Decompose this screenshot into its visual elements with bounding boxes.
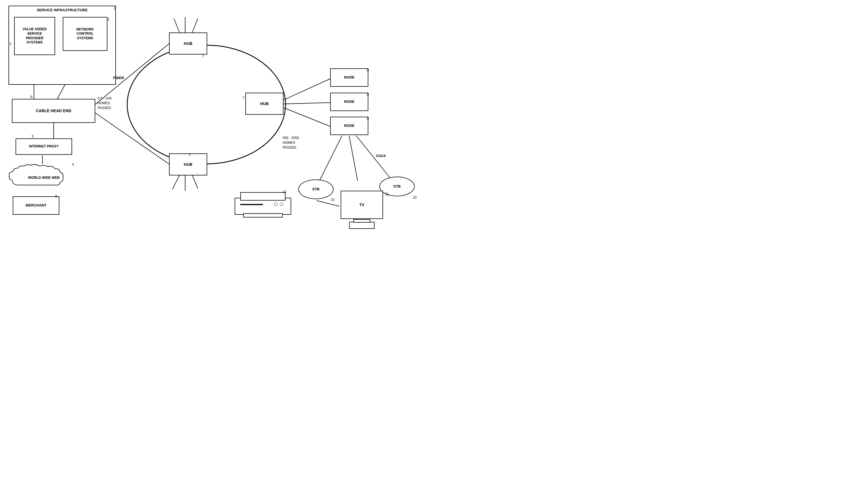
coax-label: COAX (376, 154, 386, 159)
svg-line-20 (172, 175, 180, 189)
svg-line-9 (283, 107, 331, 127)
node1-box: NODE (330, 68, 368, 87)
svg-line-17 (174, 19, 180, 33)
cable-head-end-box: CABLE HEAD END (12, 99, 95, 123)
network-control-box: NETWORK CONTROL SYSTEMS (63, 17, 107, 51)
num-9a: 9 (367, 68, 369, 72)
num-11: 11 (385, 192, 389, 196)
svg-line-22 (192, 175, 198, 189)
num-9b: 9 (367, 93, 369, 97)
hub-right-box: HUB (245, 93, 284, 115)
node2-box: NODE (330, 93, 368, 111)
svg-line-8 (283, 103, 331, 104)
hub-bottom-label: HUB (184, 162, 192, 167)
internet-proxy-box: INTERNET PROXY (15, 138, 72, 155)
merchant-box: MERCHANT (13, 196, 59, 215)
stb2-label: STB (393, 184, 401, 189)
svg-line-4 (93, 112, 170, 164)
node3-box: NODE (330, 117, 368, 135)
hub-top-box: HUB (169, 33, 207, 55)
num-8: 8 (55, 195, 57, 198)
tv-label: TV (359, 202, 365, 207)
hub-top-label: HUB (184, 41, 192, 46)
fiber-label: FIBER (113, 76, 124, 81)
cable-head-end-label: CABLE HEAD END (36, 108, 71, 113)
hub-bottom-box: HUB (169, 153, 207, 175)
node1-label: NODE (344, 75, 355, 80)
stb1-label: STB (312, 187, 320, 192)
world-wide-web-cloud: WORLD WIDE WEB (7, 164, 81, 192)
computer-device (235, 192, 291, 226)
stb1-oval: STB (298, 179, 334, 199)
num-7c: 7 (189, 153, 191, 157)
num-7a: 7 (202, 54, 204, 58)
num-10b: 10 (413, 196, 416, 199)
num-9c: 9 (367, 117, 369, 121)
world-wide-web-label: WORLD WIDE WEB (28, 176, 59, 180)
internet-proxy-label: INTERNET PROXY (29, 144, 58, 149)
svg-line-7 (283, 79, 331, 100)
network-control-label: NETWORK CONTROL SYSTEMS (76, 27, 94, 41)
num-2: 2 (10, 42, 12, 46)
num-5: 5 (32, 134, 34, 138)
tv-box: TV (338, 191, 386, 229)
svg-line-13 (316, 201, 339, 206)
num-7b: 7 (243, 96, 244, 100)
homes-passed-large-label: 0.5 - 1milHOMESPASSED (97, 96, 111, 110)
service-infrastructure-label: SERVICE INFRASTRUCTURE (37, 8, 88, 13)
num-10a: 10 (331, 198, 334, 202)
diagram: SERVICE INFRASTRUCTURE VALUE ADDED SERVI… (0, 0, 432, 252)
node3-label: NODE (344, 124, 355, 128)
merchant-label: MERCHANT (25, 203, 46, 208)
value-added-label: VALUE ADDED SERVICE PROVIDER SYSTEMS (23, 27, 47, 45)
hub-right-label: HUB (260, 101, 268, 106)
num-1: 1 (114, 6, 116, 10)
num-4: 4 (72, 162, 74, 166)
homes-passed-small-label: 500 - 2000HOMESPASSED (283, 136, 299, 150)
num-3: 3 (107, 17, 109, 22)
num-6: 6 (31, 95, 33, 99)
value-added-box: VALUE ADDED SERVICE PROVIDER SYSTEMS (14, 17, 55, 55)
node2-label: NODE (344, 99, 355, 104)
svg-line-10 (320, 136, 342, 181)
svg-line-19 (192, 19, 198, 33)
num-12: 12 (283, 190, 286, 194)
svg-line-11 (349, 136, 358, 181)
